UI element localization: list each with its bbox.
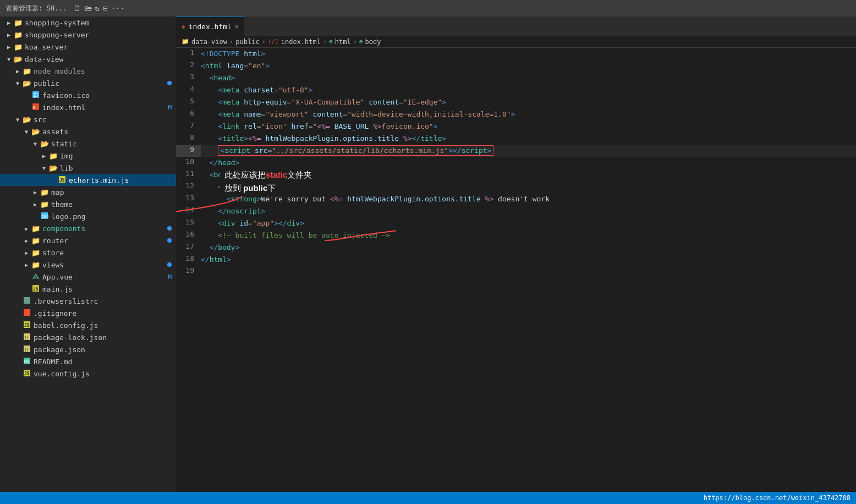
sidebar-item-node-modules[interactable]: ▶ 📁 node_modules (0, 65, 176, 77)
code-editor[interactable]: 1 <!DOCTYPE html> 2 <html lang="en"> 3 <… (176, 48, 856, 492)
line-content: </noscript> (201, 205, 856, 217)
line-number: 16 (176, 229, 201, 242)
status-bar-url: https://blog.csdn.net/weixin_43742708 (704, 494, 850, 502)
sidebar-item-assets[interactable]: ▼ 📂 assets (0, 125, 176, 138)
folder-icon: 📁 (40, 188, 50, 196)
arrow-icon: ▶ (40, 153, 48, 159)
line-number: 3 (176, 72, 201, 84)
svg-text:{}: {} (24, 348, 29, 352)
sidebar-item-theme[interactable]: ▶ 📁 theme (0, 198, 176, 210)
sidebar-label: components (42, 224, 85, 233)
new-folder-icon[interactable]: 🗁 (84, 4, 92, 13)
line-content: <head> (201, 72, 856, 84)
line-content: </head> (201, 157, 856, 169)
line-number: 4 (176, 84, 201, 96)
svg-text:JS: JS (24, 371, 30, 376)
line-content (201, 266, 856, 278)
js-icon: JS (31, 284, 41, 294)
line-number: 14 (176, 205, 201, 217)
sidebar-item-app-vue[interactable]: App.vue M (0, 271, 176, 283)
sidebar-item-shopping-system[interactable]: ▶ 📁 shopping-system (0, 17, 176, 29)
sidebar-item-store[interactable]: ▶ 📁 store (0, 246, 176, 259)
sidebar-label: theme (51, 200, 73, 209)
refresh-icon[interactable]: ↻ (95, 4, 100, 13)
sidebar-item-echarts[interactable]: JS echarts.min.js (0, 174, 176, 186)
svg-text:JS: JS (24, 323, 30, 328)
sidebar-item-vue-config[interactable]: JS vue.config.js (0, 368, 176, 380)
code-line-9: 9 <script src="../src/assets/static/lib/… (176, 145, 856, 157)
line-content: </body> (201, 242, 856, 254)
sidebar-item-koa-server[interactable]: ▶ 📁 koa_server (0, 41, 176, 53)
sidebar-label: README.md (34, 358, 72, 366)
breadcrumb-sep: › (262, 38, 266, 46)
sidebar-label: assets (42, 128, 68, 136)
code-line: 10 </head> (176, 157, 856, 169)
sidebar-item-browserslistrc[interactable]: .browserslistrc (0, 295, 176, 307)
sidebar-label: echarts.min.js (69, 176, 129, 184)
sidebar-item-logo[interactable]: IMG logo.png (0, 210, 176, 222)
sidebar-label: lib (60, 164, 73, 172)
sidebar-item-babel-config[interactable]: JS babel.config.js (0, 319, 176, 331)
sidebar-item-shoppong-server[interactable]: ▶ 📁 shoppong-server (0, 29, 176, 41)
tab-close-button[interactable]: ✕ (235, 23, 239, 30)
sidebar-label: main.js (42, 285, 73, 293)
line-number: 17 (176, 242, 201, 254)
sidebar-item-public[interactable]: ▼ 📂 public (0, 77, 176, 89)
code-line: 4 <meta charset="utf-8"> (176, 84, 856, 96)
arrow-icon: ▼ (22, 129, 31, 135)
sidebar-label: index.html (42, 103, 85, 112)
sidebar-item-lib[interactable]: ▼ 📂 lib (0, 162, 176, 174)
arrow-icon: ▼ (13, 117, 22, 123)
line-content: <!DOCTYPE html> (201, 48, 856, 60)
line-number: 18 (176, 254, 201, 266)
line-number: 2 (176, 60, 201, 72)
sidebar-item-package-lock[interactable]: {} package-lock.json (0, 331, 176, 343)
collapse-icon[interactable]: ⊟ (103, 4, 107, 13)
line-number: 11 (176, 169, 201, 181)
sidebar-item-img[interactable]: ▶ 📁 img (0, 150, 176, 162)
line-content: <title><%= htmlWebpackPlugin.options.tit… (201, 133, 856, 145)
code-line: 17 </body> (176, 242, 856, 254)
code-line: 18 </html> (176, 254, 856, 266)
svg-text:H: H (33, 106, 35, 110)
sidebar-label: static (51, 140, 77, 148)
line-content: <strong>We're sorry but <%= htmlWebpackP… (201, 193, 856, 205)
arrow-icon: ▶ (22, 226, 31, 232)
folder-icon: 📁 (31, 237, 41, 245)
sidebar-item-package-json[interactable]: {} package.json (0, 343, 176, 355)
line-content: <meta http-equiv="X-UA-Compatible" conte… (201, 96, 856, 108)
js-icon: JS (22, 369, 32, 379)
breadcrumb-item: public (235, 38, 259, 46)
arrow-icon: ▼ (4, 56, 13, 62)
svg-text:JS: JS (59, 178, 65, 183)
more-icon[interactable]: ··· (111, 4, 124, 13)
arrow-icon: ▼ (40, 165, 48, 171)
svg-text:I: I (34, 93, 36, 98)
sidebar-item-src[interactable]: ▼ 📂 src (0, 113, 176, 125)
sidebar-item-views[interactable]: ▶ 📁 views (0, 259, 176, 271)
arrow-icon: ▶ (4, 20, 13, 26)
generic-icon (22, 297, 32, 306)
sidebar-item-gitignore[interactable]: .gitignore (0, 307, 176, 319)
sidebar-item-main-js[interactable]: JS main.js (0, 283, 176, 295)
tab-icon: ◈ (182, 23, 185, 30)
tab-bar: ◈ index.html ✕ (176, 17, 856, 36)
folder-icon: 📁 (13, 43, 23, 51)
breadcrumb-sep: › (323, 38, 327, 46)
sidebar-item-readme[interactable]: MD README.md (0, 355, 176, 368)
folder-open-icon: 📂 (48, 164, 58, 172)
tab-index-html[interactable]: ◈ index.html ✕ (176, 17, 244, 36)
sidebar-item-static[interactable]: ▼ 📂 static (0, 138, 176, 150)
sidebar-item-components[interactable]: ▶ 📁 components (0, 222, 176, 234)
sidebar-label: views (42, 261, 64, 269)
sidebar-item-favicon[interactable]: I favicon.ico (0, 89, 176, 101)
code-line: 5 <meta http-equiv="X-UA-Compatible" con… (176, 96, 856, 108)
code-line: 15 <div id="app"></div> (176, 217, 856, 229)
title-bar-text: 资源管理器: SH... (6, 4, 67, 13)
sidebar-item-map[interactable]: ▶ 📁 map (0, 186, 176, 198)
modified-badge: M (168, 273, 172, 281)
sidebar-item-index-html[interactable]: H index.html M (0, 101, 176, 113)
new-file-icon[interactable]: 🗋 (73, 4, 81, 13)
sidebar-item-router[interactable]: ▶ 📁 router (0, 234, 176, 246)
sidebar-item-data-view[interactable]: ▼ 📂 data-view (0, 53, 176, 65)
